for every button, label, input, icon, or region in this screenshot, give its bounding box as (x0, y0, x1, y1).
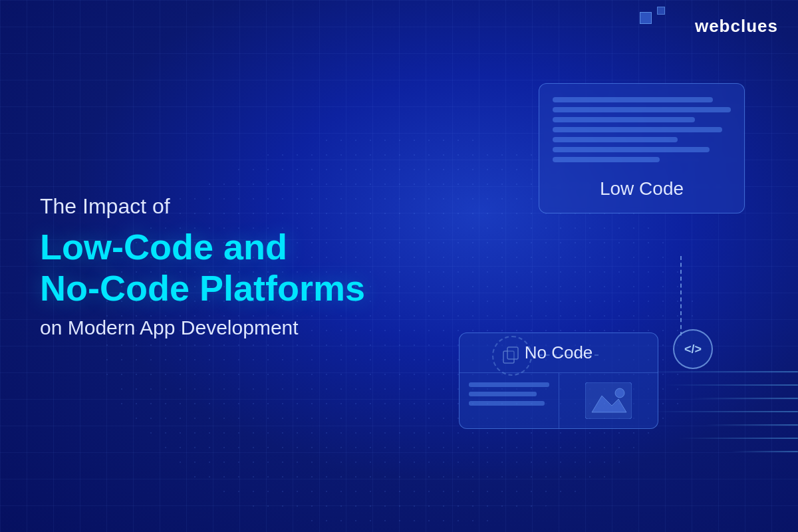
right-section: Low Code </> No Code (426, 50, 758, 482)
card-line-5 (553, 137, 678, 142)
image-placeholder-icon (585, 382, 632, 419)
main-title-line2: No-Code Platforms (40, 268, 365, 308)
heading-intro: The Impact of (40, 193, 399, 221)
no-code-text-panel (460, 373, 559, 428)
card-line-4 (553, 127, 722, 132)
sub-title: on Modern App Development (40, 317, 399, 339)
main-title: Low-Code and No-Code Platforms (40, 226, 399, 309)
card-line-1 (553, 97, 713, 102)
svg-rect-2 (585, 382, 632, 419)
card-line-3 (553, 117, 695, 122)
no-code-body (460, 373, 658, 428)
no-code-line-2 (469, 392, 537, 396)
card-lines (553, 97, 731, 162)
no-code-image-panel (559, 373, 658, 428)
main-title-line1: Low-Code and (40, 227, 287, 267)
card-line-7 (553, 157, 660, 162)
no-code-card: No Code (459, 332, 658, 429)
svg-point-4 (615, 388, 624, 398)
no-code-line-3 (469, 401, 545, 406)
low-code-label: Low Code (553, 173, 731, 200)
code-icon: </> (684, 342, 702, 356)
no-code-line-1 (469, 382, 549, 387)
main-content: The Impact of Low-Code and No-Code Platf… (0, 0, 798, 532)
card-line-2 (553, 107, 731, 112)
no-code-label: No Code (460, 333, 658, 373)
code-icon-circle: </> (673, 329, 713, 369)
low-code-card: Low Code (539, 83, 745, 213)
dashed-line-vertical (680, 256, 682, 336)
left-section: The Impact of Low-Code and No-Code Platf… (40, 193, 426, 339)
card-line-6 (553, 147, 710, 152)
